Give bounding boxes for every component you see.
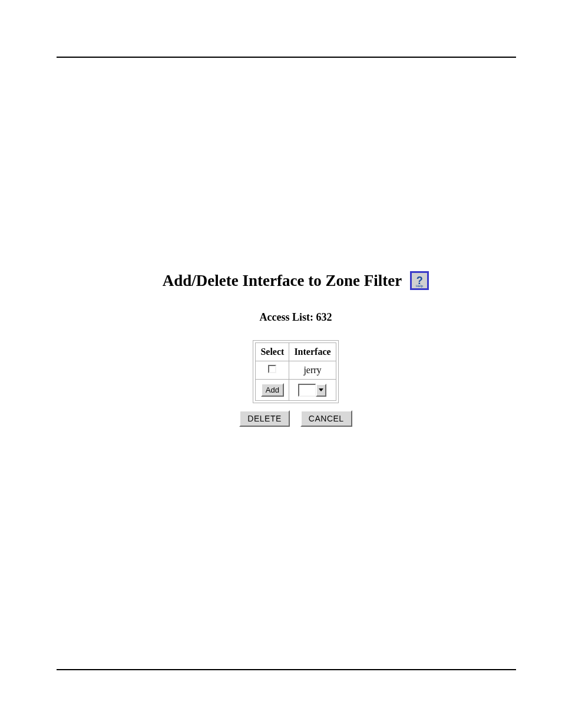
dropdown-cell bbox=[289, 380, 336, 401]
page-title: Add/Delete Interface to Zone Filter bbox=[163, 272, 402, 290]
add-cell: Add bbox=[256, 380, 289, 401]
select-cell bbox=[256, 361, 289, 380]
interface-table: Select Interface jerry Add bbox=[255, 342, 336, 401]
button-row: DELETE CANCEL bbox=[239, 410, 352, 427]
horizontal-rule-bottom bbox=[57, 669, 516, 670]
header-select: Select bbox=[256, 343, 289, 361]
delete-button[interactable]: DELETE bbox=[239, 410, 289, 427]
table-add-row: Add bbox=[256, 380, 336, 401]
dropdown-field[interactable] bbox=[298, 384, 316, 397]
help-button[interactable]: ? Help bbox=[410, 271, 429, 290]
access-list-label: Access List: 632 bbox=[260, 311, 332, 324]
select-checkbox[interactable] bbox=[268, 365, 276, 373]
interface-table-wrap: Select Interface jerry Add bbox=[253, 340, 338, 403]
table-header-row: Select Interface bbox=[256, 343, 336, 361]
interface-dropdown[interactable] bbox=[298, 384, 326, 397]
access-list-text: Access List: bbox=[260, 311, 313, 323]
title-row: Add/Delete Interface to Zone Filter ? He… bbox=[163, 271, 429, 290]
main-content: Add/Delete Interface to Zone Filter ? He… bbox=[0, 271, 562, 427]
help-label: Help bbox=[416, 284, 423, 288]
access-list-value: 632 bbox=[316, 311, 332, 323]
horizontal-rule-top bbox=[57, 57, 516, 58]
add-button[interactable]: Add bbox=[261, 383, 284, 397]
chevron-down-icon[interactable] bbox=[316, 384, 326, 397]
table-row: jerry bbox=[256, 361, 336, 380]
interface-cell: jerry bbox=[289, 361, 336, 380]
cancel-button[interactable]: CANCEL bbox=[300, 410, 352, 427]
header-interface: Interface bbox=[289, 343, 336, 361]
